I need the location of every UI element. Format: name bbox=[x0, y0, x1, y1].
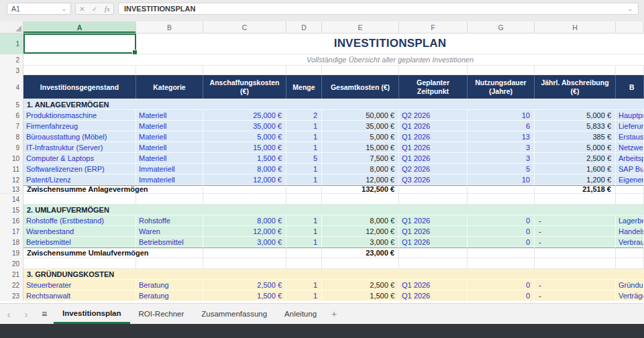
row-header-2[interactable]: 2 bbox=[0, 54, 23, 66]
row-header-6[interactable]: 6 bbox=[0, 110, 23, 121]
cell-A3[interactable] bbox=[23, 66, 136, 74]
cell-A16[interactable]: Rohstoffe (Erstbestand) bbox=[23, 215, 136, 225]
cell-E7[interactable]: 35,000 € bbox=[322, 121, 399, 131]
cell-G6[interactable]: 10 bbox=[468, 110, 535, 120]
row-header-20[interactable]: 20 bbox=[0, 258, 23, 269]
cell-G12[interactable]: 10 bbox=[468, 174, 535, 184]
cell-C17[interactable]: 12,000 € bbox=[203, 226, 286, 236]
cell-G16[interactable]: 0 bbox=[468, 215, 535, 225]
row-header-23[interactable]: 23 bbox=[0, 290, 23, 301]
cell-G3[interactable] bbox=[468, 66, 535, 74]
cell-A7[interactable]: Firmenfahrzeug bbox=[23, 121, 136, 131]
cell-G22[interactable]: 0 bbox=[468, 280, 535, 290]
cell-F18[interactable]: Q1 2026 bbox=[399, 237, 468, 247]
row-header-7[interactable]: 7 bbox=[0, 121, 23, 131]
cell-C7[interactable]: 35,000 € bbox=[203, 121, 286, 131]
confirm-icon[interactable]: ✓ bbox=[92, 5, 97, 13]
cell-G23[interactable]: 0 bbox=[468, 290, 535, 300]
cell-B7[interactable]: Materiell bbox=[136, 121, 203, 131]
cell-C19[interactable] bbox=[203, 247, 286, 258]
row-header-13[interactable]: 13 bbox=[0, 185, 23, 193]
cell-H18[interactable]: - bbox=[535, 237, 616, 247]
cell-D9[interactable]: 1 bbox=[286, 142, 322, 152]
column-header-E[interactable]: E bbox=[322, 21, 399, 33]
cell-F13[interactable] bbox=[399, 185, 468, 193]
cell-H10[interactable]: 2,500 € bbox=[535, 153, 616, 163]
cell-G17[interactable]: 0 bbox=[468, 226, 535, 236]
sheet-tab-zusammenfassung[interactable]: Zusammenfassung bbox=[193, 304, 276, 324]
cell-I11[interactable]: SAP Busi bbox=[616, 164, 644, 174]
cell-H9[interactable]: 5,000 € bbox=[535, 142, 616, 152]
cell-G13[interactable] bbox=[468, 185, 535, 193]
select-all-corner[interactable] bbox=[0, 21, 23, 33]
cell-C22[interactable]: 2,500 € bbox=[203, 280, 286, 290]
row-header-14[interactable]: 14 bbox=[0, 194, 23, 205]
row-header-11[interactable]: 11 bbox=[0, 164, 23, 174]
cell-B14[interactable] bbox=[136, 194, 203, 204]
cell-B11[interactable]: Immateriell bbox=[136, 164, 203, 174]
cell-A12[interactable]: Patent/Lizenz bbox=[23, 174, 136, 184]
cell-E23[interactable]: 1,500 € bbox=[322, 290, 399, 300]
cell-H11[interactable]: 1,600 € bbox=[535, 164, 616, 174]
cell-F23[interactable]: Q1 2026 bbox=[399, 290, 468, 300]
cell-I8[interactable]: Erstauss bbox=[616, 131, 644, 142]
cell-F19[interactable] bbox=[399, 247, 468, 258]
cell-H22[interactable]: - bbox=[535, 280, 616, 290]
cell-D12[interactable]: 1 bbox=[286, 174, 322, 184]
selected-cell-a1[interactable] bbox=[23, 34, 136, 54]
cell-I19[interactable] bbox=[616, 247, 644, 258]
cell-I23[interactable]: Verträge bbox=[616, 290, 644, 300]
cell-B16[interactable]: Rohstoffe bbox=[136, 215, 203, 225]
cell-C3[interactable] bbox=[203, 66, 286, 74]
cell-D20[interactable] bbox=[286, 258, 322, 268]
sheet-tab-roi-rechner[interactable]: ROI-Rechner bbox=[130, 304, 193, 324]
cell-H7[interactable]: 5,833 € bbox=[535, 121, 616, 131]
cell-B22[interactable]: Beratung bbox=[136, 280, 203, 290]
cancel-icon[interactable]: ✕ bbox=[79, 5, 85, 13]
cell-B10[interactable]: Materiell bbox=[136, 153, 203, 163]
cell-A17[interactable]: Warenbestand bbox=[23, 226, 136, 236]
cell-H12[interactable]: 1,200 € bbox=[535, 174, 616, 184]
cell-H17[interactable]: - bbox=[535, 226, 616, 236]
cell-G20[interactable] bbox=[468, 258, 535, 268]
cell-B3[interactable] bbox=[136, 66, 203, 74]
cell-E9[interactable]: 15,000 € bbox=[322, 142, 399, 152]
cell-D7[interactable]: 1 bbox=[286, 121, 322, 131]
formula-bar[interactable]: INVESTITIONSPLAN ⌄ bbox=[118, 3, 639, 15]
cell-A22[interactable]: Steuerberater bbox=[23, 280, 136, 290]
cell-F3[interactable] bbox=[399, 66, 468, 74]
cell-F10[interactable]: Q1 2026 bbox=[399, 153, 468, 163]
cell-B12[interactable]: Immateriell bbox=[136, 174, 203, 184]
cell-F7[interactable]: Q1 2026 bbox=[399, 121, 468, 131]
prev-sheet-icon[interactable]: ‹ bbox=[0, 304, 17, 324]
cell-G19[interactable] bbox=[468, 247, 535, 258]
cell-E17[interactable]: 12,000 € bbox=[322, 226, 399, 236]
cell-I6[interactable]: Hauptpr bbox=[616, 110, 644, 120]
cell-H19[interactable] bbox=[535, 247, 616, 258]
column-header-C[interactable]: C bbox=[203, 21, 286, 33]
cell-C20[interactable] bbox=[203, 258, 286, 268]
cell-B8[interactable]: Materiell bbox=[136, 131, 203, 142]
cell-F14[interactable] bbox=[399, 194, 468, 204]
column-header-F[interactable]: F bbox=[399, 21, 468, 33]
cell-D23[interactable]: 1 bbox=[286, 290, 322, 300]
row-header-15[interactable]: 15 bbox=[0, 205, 23, 215]
cell-I13[interactable] bbox=[616, 185, 644, 193]
cell-A14[interactable] bbox=[23, 194, 136, 204]
add-sheet-icon[interactable]: + bbox=[325, 304, 343, 324]
insert-function-icon[interactable]: fx bbox=[105, 5, 110, 13]
cell-I22[interactable]: Gründun bbox=[616, 280, 644, 290]
cell-G7[interactable]: 6 bbox=[468, 121, 535, 131]
cell-C13[interactable] bbox=[203, 185, 286, 193]
sheet-tab-investitionsplan[interactable]: Investitionsplan bbox=[54, 304, 130, 324]
cell-C14[interactable] bbox=[203, 194, 286, 204]
cell-H23[interactable]: - bbox=[535, 290, 616, 300]
cell-B6[interactable]: Materiell bbox=[136, 110, 203, 120]
cell-F16[interactable]: Q1 2026 bbox=[399, 215, 468, 225]
cell-E6[interactable]: 50,000 € bbox=[322, 110, 399, 120]
row-header-22[interactable]: 22 bbox=[0, 280, 23, 290]
cell-A18[interactable]: Betriebsmittel bbox=[23, 237, 136, 247]
cell-E11[interactable]: 8,000 € bbox=[322, 164, 399, 174]
name-box-chevron-icon[interactable]: ⌄ bbox=[61, 6, 66, 12]
cell-F6[interactable]: Q2 2026 bbox=[399, 110, 468, 120]
